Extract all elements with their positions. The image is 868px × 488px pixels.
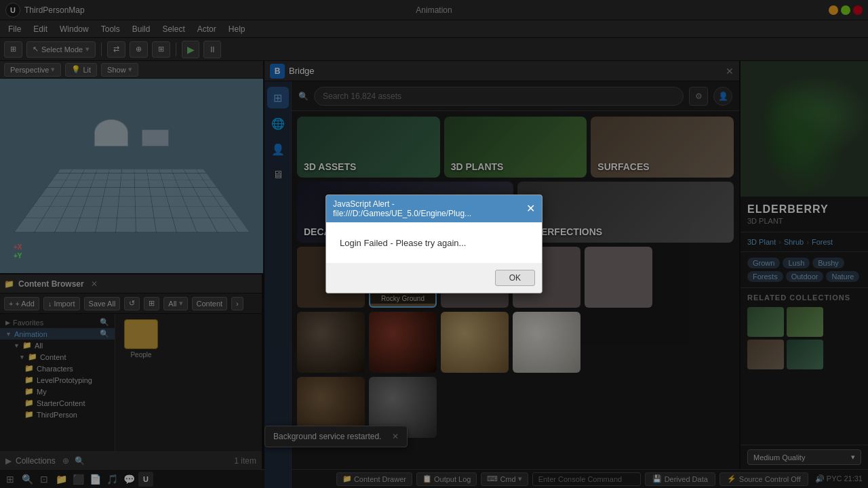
modal-close-btn[interactable]: ✕	[526, 203, 535, 214]
modal-footer: OK	[326, 263, 542, 293]
modal-ok-btn[interactable]: OK	[495, 270, 535, 286]
modal-message: Login Failed - Please try again...	[340, 238, 466, 248]
modal-titlebar: JavaScript Alert - file:///D:/Games/UE_5…	[326, 195, 542, 222]
modal-dialog: JavaScript Alert - file:///D:/Games/UE_5…	[326, 195, 542, 293]
modal-overlay[interactable]: JavaScript Alert - file:///D:/Games/UE_5…	[0, 0, 868, 488]
modal-title: JavaScript Alert - file:///D:/Games/UE_5…	[333, 199, 526, 218]
modal-body: Login Failed - Please try again...	[326, 222, 542, 263]
